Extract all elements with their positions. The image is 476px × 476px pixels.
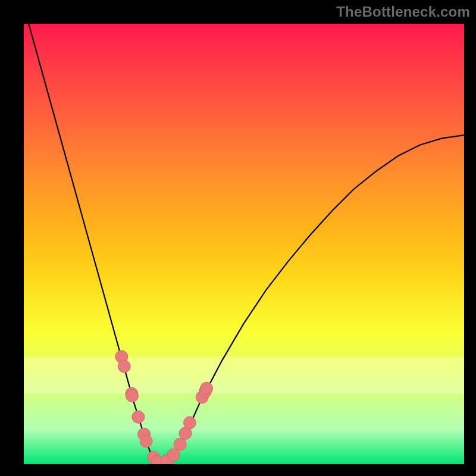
highlight-dot: [126, 390, 139, 402]
highlight-dot: [201, 382, 213, 394]
bottleneck-curve: [24, 24, 464, 462]
highlight-dot: [132, 411, 145, 423]
highlight-dot: [118, 360, 130, 372]
chart-frame: TheBottleneck.com: [0, 0, 476, 476]
highlight-dot: [167, 449, 180, 461]
watermark-text: TheBottleneck.com: [336, 4, 470, 20]
highlight-dot: [140, 435, 152, 447]
curve-layer: [24, 24, 464, 464]
highlight-dot: [174, 438, 186, 450]
highlight-dot: [184, 416, 196, 429]
plot-area: [24, 24, 464, 464]
